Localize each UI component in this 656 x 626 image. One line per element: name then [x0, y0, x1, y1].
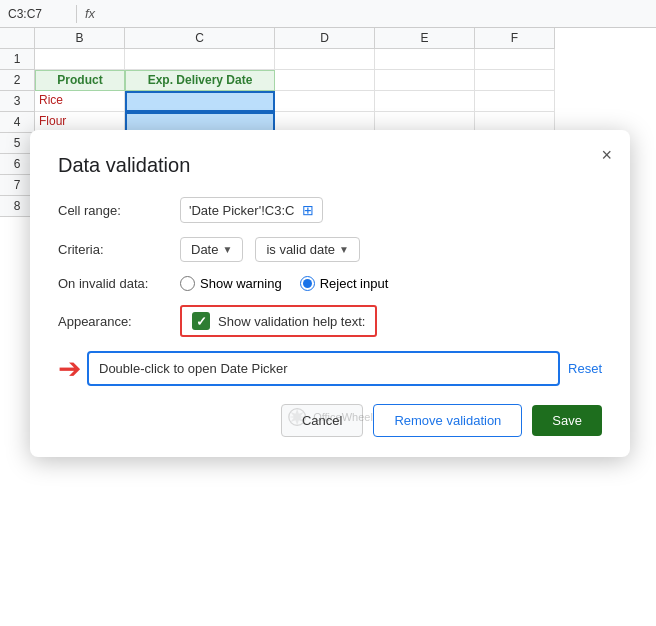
officewheel-logo [287, 407, 307, 427]
fx-label: fx [85, 6, 95, 21]
criteria-row: Criteria: Date ▼ is valid date ▼ [58, 237, 602, 262]
cell-b1[interactable] [35, 49, 125, 70]
cell-f3[interactable] [475, 91, 555, 112]
cell-e1[interactable] [375, 49, 475, 70]
dialog-title: Data validation [58, 154, 602, 177]
cell-reference[interactable]: C3:C7 [8, 7, 68, 21]
row-header-3: 3 [0, 91, 35, 112]
criteria-label: Criteria: [58, 242, 168, 257]
radio-reject-input[interactable]: Reject input [300, 276, 389, 291]
invalid-data-label: On invalid data: [58, 276, 168, 291]
cell-range-label: Cell range: [58, 203, 168, 218]
col-header-c[interactable]: C [125, 28, 275, 49]
chevron-down-icon-2: ▼ [339, 244, 349, 255]
cell-range-value: 'Date Picker'!C3:C [189, 203, 294, 218]
watermark-text: OfficeWheel [313, 411, 373, 423]
cell-b2-product[interactable]: Product [35, 70, 125, 91]
radio-reject-input-label: Reject input [320, 276, 389, 291]
watermark: OfficeWheel [287, 407, 373, 427]
row-header-2: 2 [0, 70, 35, 91]
reset-link[interactable]: Reset [568, 361, 602, 376]
dialog-close-button[interactable]: × [601, 146, 612, 164]
cell-d1[interactable] [275, 49, 375, 70]
red-arrow-icon: ➔ [58, 352, 81, 385]
help-text-input[interactable] [87, 351, 560, 386]
cell-f2[interactable] [475, 70, 555, 91]
appearance-row: Appearance: ✓ Show validation help text: [58, 305, 602, 337]
cell-range-box[interactable]: 'Date Picker'!C3:C ⊞ [180, 197, 323, 223]
data-validation-dialog: Data validation × Cell range: 'Date Pick… [30, 130, 630, 457]
cell-b3[interactable]: Rice [35, 91, 125, 112]
radio-reject-input-input[interactable] [300, 276, 315, 291]
radio-show-warning-input[interactable] [180, 276, 195, 291]
checkbox-checked-icon: ✓ [192, 312, 210, 330]
radio-show-warning-label: Show warning [200, 276, 282, 291]
formula-divider [76, 5, 77, 23]
formula-bar: C3:C7 fx [0, 0, 656, 28]
cell-d2[interactable] [275, 70, 375, 91]
show-help-text-checkbox-label[interactable]: ✓ Show validation help text: [180, 305, 377, 337]
cell-c2-delivery[interactable]: Exp. Delivery Date [125, 70, 275, 91]
criteria-type-dropdown[interactable]: Date ▼ [180, 237, 243, 262]
cell-d3[interactable] [275, 91, 375, 112]
col-header-f[interactable]: F [475, 28, 555, 49]
cell-f1[interactable] [475, 49, 555, 70]
invalid-data-row: On invalid data: Show warning Reject inp… [58, 276, 602, 291]
cell-e2[interactable] [375, 70, 475, 91]
col-header-e[interactable]: E [375, 28, 475, 49]
appearance-label: Appearance: [58, 314, 168, 329]
cell-c1[interactable] [125, 49, 275, 70]
cell-range-row: Cell range: 'Date Picker'!C3:C ⊞ [58, 197, 602, 223]
col-header-empty [0, 28, 35, 49]
chevron-down-icon: ▼ [222, 244, 232, 255]
cell-c3[interactable] [125, 91, 275, 112]
row-header-1: 1 [0, 49, 35, 70]
cell-e3[interactable] [375, 91, 475, 112]
grid-icon: ⊞ [302, 202, 314, 218]
radio-group: Show warning Reject input [180, 276, 388, 291]
show-help-text-label: Show validation help text: [218, 314, 365, 329]
help-text-row: ➔ Reset [58, 351, 602, 386]
col-header-b[interactable]: B [35, 28, 125, 49]
save-button[interactable]: Save [532, 405, 602, 436]
radio-show-warning[interactable]: Show warning [180, 276, 282, 291]
remove-validation-button[interactable]: Remove validation [373, 404, 522, 437]
col-header-d[interactable]: D [275, 28, 375, 49]
criteria-condition-dropdown[interactable]: is valid date ▼ [255, 237, 360, 262]
row-header-4: 4 [0, 112, 35, 133]
